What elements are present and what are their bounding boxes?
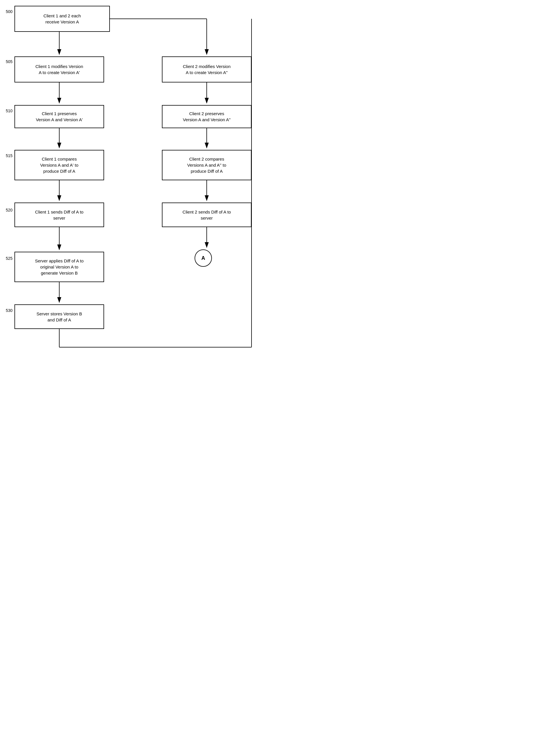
step-label-510: 510 — [6, 109, 13, 113]
step-label-505: 505 — [6, 59, 13, 64]
step-label-515: 515 — [6, 153, 13, 158]
box-520: Client 1 sends Diff of A toserver — [15, 202, 104, 227]
diagram-container: 500 505 510 515 520 525 530 535 540 545 … — [0, 0, 280, 377]
box-530: Server stores Version Band Diff of A — [15, 304, 104, 329]
box-545: Client 2 comparesVersions A and A'' topr… — [162, 150, 252, 180]
box-515: Client 1 comparesVersions A and A' topro… — [15, 150, 104, 180]
box-525: Server applies Diff of A tooriginal Vers… — [15, 252, 104, 282]
step-label-520: 520 — [6, 208, 13, 212]
box-535: Client 2 modifies VersionA to create Ver… — [162, 56, 252, 82]
step-label-525: 525 — [6, 256, 13, 261]
box-510: Client 1 preservesVersion A and Version … — [15, 105, 104, 128]
box-500: Client 1 and 2 eachreceive Version A — [15, 6, 110, 32]
box-540: Client 2 preservesVersion A and Version … — [162, 105, 252, 128]
circle-connector-a: A — [195, 249, 212, 267]
box-505: Client 1 modifies VersionA to create Ver… — [15, 56, 104, 82]
step-label-500: 500 — [6, 9, 13, 14]
box-550: Client 2 sends Diff of A toserver — [162, 202, 252, 227]
step-label-530: 530 — [6, 308, 13, 313]
